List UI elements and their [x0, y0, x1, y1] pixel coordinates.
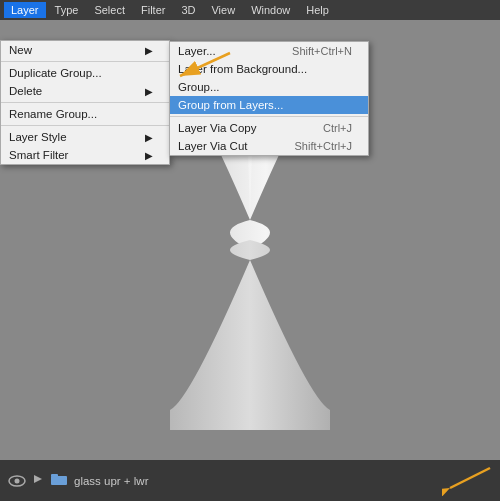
menu-sep-3 [1, 125, 169, 126]
new-submenu: Layer... Shift+Ctrl+N Layer from Backgro… [169, 41, 369, 156]
submenu-group[interactable]: Group... [170, 78, 368, 96]
menu-item-smart-filter[interactable]: Smart Filter ▶ [1, 146, 169, 164]
menu-sep-2 [1, 102, 169, 103]
menubar-filter[interactable]: Filter [134, 2, 172, 18]
expand-triangle-icon[interactable] [32, 473, 44, 488]
svg-rect-6 [51, 474, 58, 477]
folder-icon[interactable] [50, 472, 68, 489]
svg-line-8 [450, 468, 490, 488]
menubar: Layer Type Select Filter 3D View Window … [0, 0, 500, 20]
submenu-arrow: ▶ [145, 45, 153, 56]
menubar-view[interactable]: View [204, 2, 242, 18]
menubar-help[interactable]: Help [299, 2, 336, 18]
eye-icon[interactable] [8, 474, 26, 488]
submenu-separator [170, 116, 368, 117]
submenu-group-from-layers[interactable]: Group from Layers... [170, 96, 368, 114]
layer-dropdown-menu: New ▶ Layer... Shift+Ctrl+N Layer from B… [0, 40, 170, 165]
menu-item-delete[interactable]: Delete ▶ [1, 82, 169, 100]
menu-item-new[interactable]: New ▶ Layer... Shift+Ctrl+N Layer from B… [1, 41, 169, 59]
menubar-select[interactable]: Select [87, 2, 132, 18]
menubar-type[interactable]: Type [48, 2, 86, 18]
canvas-area: New ▶ Layer... Shift+Ctrl+N Layer from B… [0, 20, 500, 480]
menubar-3d[interactable]: 3D [174, 2, 202, 18]
smart-filter-arrow: ▶ [145, 150, 153, 161]
bottom-panel: glass upr + lwr [0, 460, 500, 501]
menu-item-layer-style[interactable]: Layer Style ▶ [1, 128, 169, 146]
submenu-via-copy[interactable]: Layer Via Copy Ctrl+J [170, 119, 368, 137]
layer-style-arrow: ▶ [145, 132, 153, 143]
menu-item-duplicate[interactable]: Duplicate Group... [1, 64, 169, 82]
menu-sep-1 [1, 61, 169, 62]
svg-marker-4 [34, 475, 42, 483]
menubar-layer[interactable]: Layer [4, 2, 46, 18]
layer-name-label: glass upr + lwr [74, 475, 436, 487]
svg-rect-5 [51, 476, 67, 485]
svg-point-3 [15, 478, 20, 483]
menubar-window[interactable]: Window [244, 2, 297, 18]
bottom-annotation-arrow [442, 466, 492, 496]
submenu-layer[interactable]: Layer... Shift+Ctrl+N [170, 42, 368, 60]
submenu-via-cut[interactable]: Layer Via Cut Shift+Ctrl+J [170, 137, 368, 155]
delete-arrow: ▶ [145, 86, 153, 97]
menu-item-rename[interactable]: Rename Group... [1, 105, 169, 123]
submenu-layer-from-bg[interactable]: Layer from Background... [170, 60, 368, 78]
